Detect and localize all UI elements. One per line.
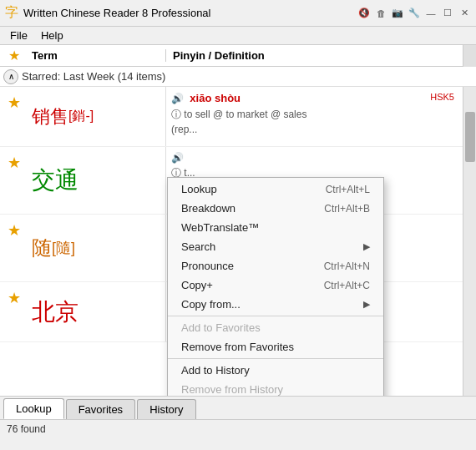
- maximize-button[interactable]: ☐: [441, 7, 454, 20]
- ctx-separator-2: [168, 358, 383, 359]
- star-icon[interactable]: ★: [0, 215, 28, 281]
- header-term: Term: [28, 49, 166, 62]
- menu-bar: File Help: [0, 27, 476, 45]
- ctx-copy-plus[interactable]: Copy+ Ctrl+Alt+C: [168, 276, 383, 295]
- word-term: 随 [隨]: [28, 215, 166, 281]
- ctx-pronounce[interactable]: Pronounce Ctrl+Alt+N: [168, 256, 383, 276]
- word-list: ★ 销售 [銷-] 🔊 xiāo shòu HSK5 ⓘ to sell @ t…: [0, 87, 476, 396]
- ctx-copy-from[interactable]: Copy from... ▶: [168, 295, 383, 314]
- menu-file[interactable]: File: [3, 28, 34, 43]
- tab-favorites[interactable]: Favorites: [66, 399, 135, 419]
- pinyin-text: xiāo shòu: [190, 92, 241, 104]
- star-icon[interactable]: ★: [0, 87, 28, 146]
- scrollbar-thumb[interactable]: [465, 112, 475, 162]
- ctx-separator-1: [168, 316, 383, 316]
- app-title: Written Chinese Reader 8 Professional: [23, 7, 352, 19]
- table-header: ★ Term Pinyin / Definition: [0, 45, 476, 67]
- close-button[interactable]: ✕: [458, 7, 471, 20]
- context-menu: Lookup Ctrl+Alt+L Breakdown Ctrl+Alt+B W…: [167, 177, 384, 396]
- ctx-breakdown[interactable]: Breakdown Ctrl+Alt+B: [168, 199, 383, 218]
- app-icon: 字: [5, 4, 18, 22]
- bottom-tabs: Lookup Favorites History: [0, 396, 476, 419]
- word-term: 北京: [28, 282, 166, 341]
- hsk-badge: HSK5: [430, 90, 454, 104]
- word-definition: 🔊 xiāo shòu HSK5 ⓘ to sell @ to market @…: [166, 87, 476, 146]
- word-term: 销售 [銷-]: [28, 87, 166, 146]
- tab-history[interactable]: History: [137, 399, 195, 419]
- settings-icon[interactable]: 🔧: [408, 7, 421, 20]
- header-pinyin: Pinyin / Definition: [166, 49, 463, 62]
- collapse-button[interactable]: ∧: [3, 69, 18, 84]
- title-bar: 字 Written Chinese Reader 8 Professional …: [0, 0, 476, 27]
- definition-text: ⓘ to sell @ to market @ sales(rep...: [171, 107, 471, 137]
- star-icon[interactable]: ★: [0, 147, 28, 214]
- star-icon[interactable]: ★: [0, 282, 28, 341]
- minimize-button[interactable]: —: [424, 7, 438, 20]
- scrollbar[interactable]: [463, 87, 476, 396]
- ctx-lookup[interactable]: Lookup Ctrl+Alt+L: [168, 179, 383, 199]
- scrollbar-top[interactable]: [463, 45, 476, 67]
- tab-lookup[interactable]: Lookup: [3, 398, 64, 419]
- ctx-remove-favorites[interactable]: Remove from Favorites: [168, 337, 383, 356]
- status-bar: 76 found: [0, 419, 476, 437]
- window-controls: 🔇 🗑 📷 🔧 — ☐ ✕: [357, 7, 471, 20]
- mute-icon[interactable]: 🔇: [357, 7, 371, 20]
- menu-help[interactable]: Help: [34, 28, 70, 43]
- camera-icon[interactable]: 📷: [391, 7, 404, 20]
- ctx-remove-history: Remove from History: [168, 380, 383, 396]
- ctx-add-favorites: Add to Favorites: [168, 318, 383, 337]
- header-star: ★: [0, 48, 28, 63]
- starred-section-header: ∧ Starred: Last Week (14 items): [0, 67, 476, 87]
- trash-icon[interactable]: 🗑: [374, 7, 387, 20]
- starred-label-text: Starred: Last Week (14 items): [22, 70, 165, 83]
- word-term: 交通: [28, 147, 166, 214]
- ctx-webtranslate[interactable]: WebTranslate™: [168, 218, 383, 237]
- ctx-add-history[interactable]: Add to History: [168, 361, 383, 380]
- sound-icon[interactable]: 🔊: [171, 152, 184, 164]
- ctx-search[interactable]: Search ▶: [168, 237, 383, 256]
- sound-icon[interactable]: 🔊: [171, 93, 184, 104]
- table-row[interactable]: ★ 销售 [銷-] 🔊 xiāo shòu HSK5 ⓘ to sell @ t…: [0, 87, 476, 147]
- status-text: 76 found: [7, 423, 46, 435]
